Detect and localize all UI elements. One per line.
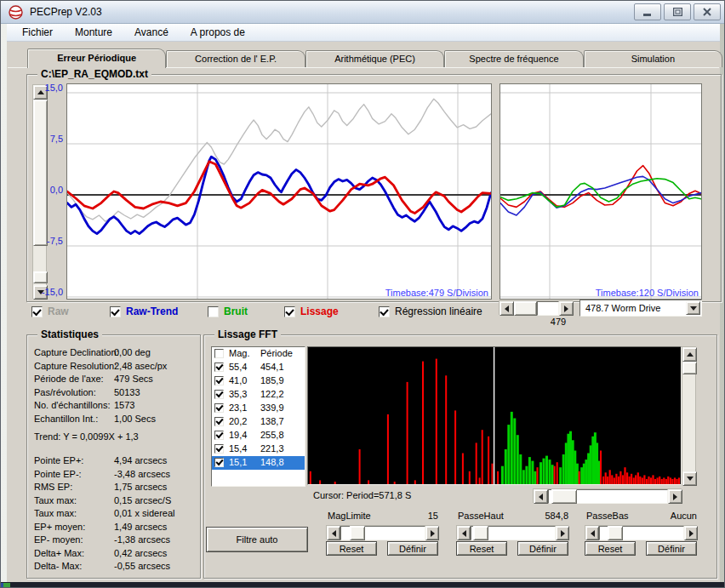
fft-peak-row[interactable]: 35,3122,2 [212,388,305,402]
toggle-r-gression-lin-aire[interactable]: Régression linéaire [379,305,482,317]
filter-slider-maglimite[interactable] [326,525,438,539]
tab-erreur-p-riodique[interactable]: Erreur Périodique [27,49,166,68]
worm-scrollbar-thumb[interactable] [514,301,537,316]
checkbox-raw-trend[interactable] [110,306,121,317]
slider-right-button[interactable] [425,526,439,540]
worm-zoom-chart[interactable]: Timebase:120 S/Division [500,83,702,300]
slider-right-button[interactable] [556,526,569,540]
checkbox-lissage[interactable] [284,306,295,317]
stat-label: Echantillon Int.: [34,414,98,424]
fft-peak-checkbox[interactable] [214,417,224,426]
slider-left-button[interactable] [585,526,599,540]
fft-peak-checkbox[interactable] [214,431,224,440]
fft-peak-row[interactable]: 41,0185,9 [212,374,305,388]
toggle-bruit[interactable]: Bruit [208,305,248,317]
fft-peak-checkbox[interactable] [214,444,224,454]
menu-item-monture[interactable]: Monture [75,26,112,38]
fft-header-period: Période [260,348,293,358]
fft-scroll-right-button[interactable] [668,489,682,504]
slider-left-button[interactable] [457,526,471,540]
minimize-button[interactable] [634,3,661,20]
fft-header-mag: Mag. [229,348,249,358]
menu-item-a-propos-de[interactable]: A propos de [191,26,245,38]
toggle-raw[interactable]: Raw [31,305,69,317]
reset-button-passehaut[interactable]: Reset [456,541,507,556]
worm-scroll-right-button[interactable] [559,301,574,316]
fft-spectrum-chart[interactable] [307,346,682,485]
fft-peak-row[interactable]: 23,1339,9 [212,402,305,415]
worm-scroll-left-button[interactable] [500,301,514,316]
menu-item-avanc[interactable]: Avancé [134,26,168,38]
worm-scrollbar-track[interactable] [537,301,559,316]
worm-period-combobox[interactable]: 478.7 Worm Drive [579,300,702,317]
fft-peak-checkbox[interactable] [214,390,224,399]
titlebar[interactable]: PECPrep V2.03 [1,1,725,24]
fft-peak-row-selected[interactable]: 15,1148,8 [212,456,305,470]
slider-right-button[interactable] [684,526,698,540]
fft-peak-checkbox[interactable] [214,458,224,467]
slider-thumb[interactable] [608,526,623,540]
fft-select-all-checkbox[interactable] [214,349,224,358]
fft-hscrollbar-thumb[interactable] [551,489,577,504]
checkbox-raw[interactable] [31,306,43,317]
filter-slider-passehaut[interactable] [456,525,568,539]
scrollbar-thumb-small[interactable] [33,271,48,283]
fft-peak-mag: 15,1 [229,457,247,467]
fft-scroll-down-button[interactable] [682,471,697,486]
tab-arithm-tique-pec[interactable]: Arithmétique (PEC) [305,50,444,67]
filter-value-passehaut: 584,8 [517,511,568,521]
maximize-button[interactable] [664,3,691,20]
fft-peak-checkbox[interactable] [214,376,224,385]
worm-scrollbar[interactable] [499,300,573,315]
define-button-passebas[interactable]: Définir [646,541,697,556]
fft-scroll-left-button[interactable] [534,489,548,504]
fft-peak-row[interactable]: 55,4454,1 [212,361,305,374]
define-button-maglimite[interactable]: Définir [387,541,438,556]
fft-horizontal-scrollbar[interactable] [533,488,682,503]
tab-spectre-de-fr-quence[interactable]: Spectre de fréquence [444,50,583,67]
fft-peak-row[interactable]: 19,4255,8 [212,429,305,442]
scrollbar-thumb[interactable] [33,100,48,246]
slider-thumb[interactable] [473,526,488,540]
stat-label: EP- moyen: [34,534,83,545]
toggle-raw-trend[interactable]: Raw-Trend [110,305,178,317]
tab-simulation[interactable]: Simulation [584,50,722,67]
fft-vscrollbar-thumb[interactable] [682,362,697,374]
menu-item-fichier[interactable]: Fichier [22,26,53,38]
tab-correction-de-l-e-p[interactable]: Correction de l' E.P. [166,50,305,67]
filter-slider-passebas[interactable] [585,525,697,539]
stat-value: 0,00 deg [114,347,151,357]
fft-peak-row[interactable]: 15,4221,3 [212,442,305,456]
fft-list-header[interactable]: Mag. Période [212,347,305,361]
filter-value-maglimite: 15 [387,511,438,521]
stat-row: Taux max:0,15 arcsec/S [34,495,196,509]
combobox-dropdown-button[interactable] [686,301,700,315]
fft-peak-row[interactable]: 20,2138,7 [212,415,305,429]
close-button[interactable] [694,3,721,20]
stat-label: Pointe EP+: [34,455,83,465]
stat-value: 50133 [114,387,140,397]
checkbox-r-gression-lin-aire[interactable] [379,306,390,317]
stat-value: 0,01 x sidereal [114,508,175,518]
statistics-groupbox: Statistiques Capture Declination:0,00 de… [26,334,201,579]
stat-row: EP+ moyen:1,49 arcsecs [34,522,196,535]
worm-zoom-chart-canvas [500,84,701,299]
window-title: PECPrep V2.03 [30,6,102,18]
fft-vertical-scrollbar[interactable] [682,346,696,485]
stat-value: 1,75 arcsecs [114,482,167,492]
main-ep-chart[interactable]: Timebase:479 S/Division [66,83,492,300]
checkbox-bruit[interactable] [208,306,219,317]
reset-button-passebas[interactable]: Reset [585,541,636,556]
fft-peak-checkbox[interactable] [214,403,224,413]
slider-thumb[interactable] [350,526,365,540]
reset-button-maglimite[interactable]: Reset [326,541,377,556]
stat-value: 2,48 asec/px [114,361,167,371]
fft-peak-list[interactable]: Mag. Période 55,4454,141,0185,935,3122,2… [211,346,305,487]
y-tick-15: 15,0 [34,83,63,93]
fft-scroll-up-button[interactable] [682,347,697,362]
toggle-lissage[interactable]: Lissage [284,305,339,317]
auto-filter-button[interactable]: Filtre auto [206,527,308,552]
slider-left-button[interactable] [327,526,340,540]
fft-peak-checkbox[interactable] [214,363,224,372]
define-button-passehaut[interactable]: Définir [517,541,568,556]
